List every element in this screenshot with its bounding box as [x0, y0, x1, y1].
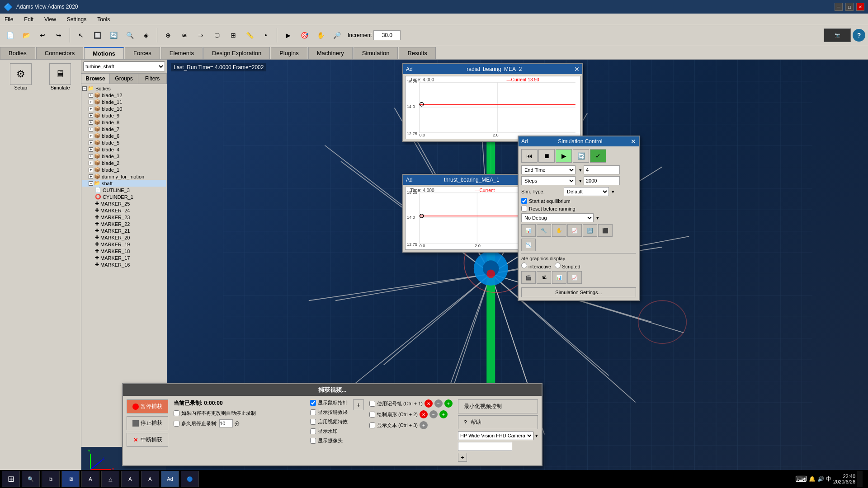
body-btn[interactable]: ⬡ [210, 28, 224, 42]
tree-marker23[interactable]: ✚ MARKER_23 [82, 214, 166, 221]
taskbar-app5[interactable]: A [141, 471, 159, 487]
stop-capture-btn[interactable]: 停止捕获 [127, 416, 168, 430]
sim-tool-3[interactable]: ✋ [552, 224, 566, 237]
force-btn[interactable]: ⇒ [193, 28, 208, 42]
select-btn[interactable]: ↖ [74, 28, 88, 42]
sim-endtime-input[interactable] [584, 165, 620, 174]
tree-blade-1[interactable]: + 📦 blade_1 [82, 166, 166, 173]
expand-bodies[interactable]: − [82, 86, 87, 91]
track-btn[interactable]: 🎯 [297, 28, 311, 42]
sidebar-dropdown[interactable]: turbine_shaft [83, 61, 165, 71]
setup-btn[interactable]: ⚙ Setup [10, 63, 32, 90]
interactive-radio[interactable] [521, 263, 527, 268]
tree-blade-2[interactable]: + 📦 blade_2 [82, 160, 166, 166]
tree-blade-9[interactable]: + 📦 blade_9 [82, 112, 166, 119]
increment-input[interactable] [373, 30, 401, 40]
zoom-btn[interactable]: 🔍 [123, 28, 137, 42]
sim-tool-chart[interactable]: 📈 [567, 271, 582, 284]
tree-marker22[interactable]: ✚ MARKER_22 [82, 221, 166, 227]
sim-tool-2[interactable]: 🔧 [537, 224, 551, 237]
use-notes-checkbox[interactable] [369, 401, 375, 407]
reset-checkbox[interactable] [521, 206, 527, 211]
tree-marker24[interactable]: ✚ MARKER_24 [82, 207, 166, 214]
show-keystrokes-checkbox[interactable] [310, 409, 316, 415]
close-btn[interactable]: ✕ [856, 3, 864, 11]
camera-select[interactable]: HP Wide Vision FHD Camera [458, 431, 533, 440]
tab-results[interactable]: Results [399, 47, 435, 59]
stop-btn[interactable]: ⏹ [538, 149, 555, 163]
text-plus-btn[interactable]: + [420, 421, 428, 429]
hand-btn[interactable]: ✋ [313, 28, 328, 42]
sim-tool-play2[interactable]: 🎬 [521, 271, 536, 284]
enable-effects-checkbox[interactable] [310, 419, 316, 425]
show-text-checkbox[interactable] [369, 422, 375, 428]
isometric-btn[interactable]: ◈ [139, 28, 153, 42]
sim-tool-4[interactable]: 📈 [567, 224, 582, 237]
pause-capture-btn[interactable]: 暂停捕获 [127, 399, 168, 413]
redo-btn[interactable]: ↪ [52, 28, 66, 42]
tree-blade-3[interactable]: + 📦 blade_3 [82, 153, 166, 160]
draw-fan-checkbox[interactable] [369, 412, 375, 418]
simulate-ribbon-btn[interactable]: 🖥 Simulate [49, 63, 71, 90]
tree-blade-4[interactable]: + 📦 blade_4 [82, 146, 166, 153]
sidebar-tab-groups[interactable]: Groups [110, 74, 138, 84]
show-camera-checkbox[interactable] [310, 438, 316, 444]
minimize-btn[interactable]: ─ [835, 3, 843, 11]
tree-shaft[interactable]: − 📂 shaft [82, 180, 166, 187]
tree-blade-6[interactable]: + 📦 blade_6 [82, 132, 166, 139]
tab-design-exploration[interactable]: Design Exploration [203, 47, 270, 59]
sim-debug-select[interactable]: No Debug [521, 213, 594, 222]
sim-settings-btn[interactable]: Simulation Settings... [521, 287, 636, 297]
search-btn[interactable]: 🔍 [22, 471, 40, 487]
taskview-btn[interactable]: ⧉ [42, 471, 60, 487]
sim-check-btn[interactable]: ✓ [590, 149, 606, 163]
tree-blade-8[interactable]: + 📦 blade_8 [82, 119, 166, 126]
measure-btn[interactable]: 📏 [242, 28, 257, 42]
taskbar-ie[interactable]: 🖥 [61, 471, 80, 487]
notes-minus-btn[interactable]: − [434, 399, 443, 408]
duration-checkbox[interactable] [174, 421, 179, 427]
notes-plus-btn[interactable]: + [444, 399, 453, 408]
play-btn[interactable]: ▶ [556, 149, 572, 163]
sim-tool-graph[interactable]: 📊 [552, 271, 566, 284]
tree-cylinder1[interactable]: ⭕ CYLINDER_1 [82, 193, 166, 200]
tree-marker18[interactable]: ✚ MARKER_18 [82, 248, 166, 254]
menu-file[interactable]: File [3, 15, 15, 23]
thrust-panel-titlebar[interactable]: Ad thrust_bearing_MEA_1 ✕ [403, 175, 537, 185]
camera-add-btn[interactable]: + [458, 453, 467, 462]
fan-minus-btn[interactable]: − [429, 410, 438, 418]
tree-outline3[interactable]: 📄 OUTLINE_3 [82, 187, 166, 193]
radial-panel-close[interactable]: ✕ [574, 66, 580, 73]
tree-dummy[interactable]: + 📦 dummy_for_motion [82, 173, 166, 180]
taskbar-app2[interactable]: A [81, 471, 99, 487]
tree-marker20[interactable]: ✚ MARKER_20 [82, 234, 166, 241]
sim-tool-6[interactable]: ⬛ [598, 224, 613, 237]
sim-endtime-select[interactable]: End Time [521, 165, 576, 174]
duration-input[interactable] [219, 419, 233, 427]
pan-btn[interactable]: 🔲 [90, 28, 104, 42]
start-btn[interactable]: ⊞ [2, 471, 20, 487]
tab-bodies[interactable]: Bodies [0, 47, 35, 59]
tree-blade-7[interactable]: + 📦 blade_7 [82, 126, 166, 132]
help-btn[interactable]: ? 帮助 [458, 415, 538, 429]
sim-refresh-btn[interactable]: 🔄 [573, 149, 589, 163]
camera-text-input[interactable] [458, 442, 512, 451]
equilibrium-checkbox[interactable] [521, 198, 527, 204]
joint-btn[interactable]: ⊕ [161, 28, 175, 42]
tab-elements[interactable]: Elements [161, 47, 203, 59]
sim-tool-7[interactable]: 📉 [521, 239, 536, 251]
zoom-in-btn[interactable]: + [353, 399, 364, 410]
zoom2-btn[interactable]: 🔎 [330, 28, 344, 42]
scripted-radio[interactable] [555, 263, 561, 268]
taskbar-app4[interactable]: A [121, 471, 139, 487]
point-btn[interactable]: • [259, 28, 273, 42]
notes-close-btn[interactable]: ✕ [425, 399, 433, 408]
sim-tool-5[interactable]: 🔢 [583, 224, 597, 237]
show-watermark-checkbox[interactable] [310, 428, 316, 434]
menu-edit[interactable]: Edit [22, 15, 35, 23]
sim-type-select[interactable]: Default [564, 187, 609, 196]
menu-settings[interactable]: Settings [65, 15, 88, 23]
spring-btn[interactable]: ≋ [177, 28, 192, 42]
tab-simulation[interactable]: Simulation [354, 47, 398, 59]
tree-marker21[interactable]: ✚ MARKER_21 [82, 227, 166, 234]
